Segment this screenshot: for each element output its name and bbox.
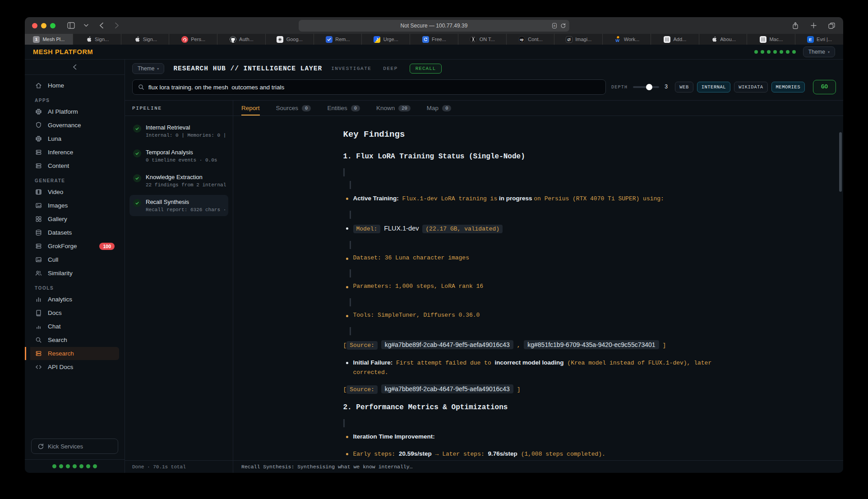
sidebar-item-analytics[interactable]: Analytics — [30, 293, 119, 306]
pipeline-step-knowledge-extraction[interactable]: Knowledge Extraction22 findings from 2 i… — [129, 170, 228, 191]
browser-tab-auth[interactable]: Auth... — [217, 34, 266, 45]
sidebar-item-video[interactable]: Video — [30, 185, 119, 199]
browser-tab-goog[interactable]: Goog... — [266, 34, 314, 45]
browser-tab-abou[interactable]: Abou... — [699, 34, 748, 45]
browser-tab-sign[interactable]: Sign... — [121, 34, 170, 45]
pipeline-step-internal-retrieval[interactable]: Internal RetrievalInternal: 0 | Memories… — [129, 120, 228, 142]
tab-overview-icon[interactable] — [826, 21, 837, 31]
report-bullet: Model: FLUX.1-dev (22.17 GB, validated) — [343, 223, 734, 234]
report-tab-known[interactable]: Known20 — [376, 101, 411, 116]
sidebar-item-chat[interactable]: Chat — [30, 320, 119, 333]
sidebar-item-docs[interactable]: Docs — [30, 306, 119, 319]
pipeline-step-recall-synthesis[interactable]: Recall SynthesisRecall report: 6326 char… — [129, 195, 228, 216]
report-tab-entities[interactable]: Entities0 — [327, 101, 360, 116]
sidebar-item-search[interactable]: Search — [30, 333, 119, 347]
tab-title: Imagi... — [575, 37, 591, 42]
quote-bar — [350, 327, 351, 335]
browser-tab-evri[interactable]: EEvri |... — [795, 34, 843, 45]
sidebar-item-gallery[interactable]: Gallery — [30, 213, 119, 226]
sidebar-item-images[interactable]: Images — [30, 199, 119, 212]
zoom-window-button[interactable] — [50, 23, 55, 28]
theme-button[interactable]: Theme▾ — [803, 46, 835, 57]
browser-tab-rem[interactable]: Rem... — [314, 34, 362, 45]
sidebar-item-label: Video — [48, 189, 63, 195]
sidebar-item-datasets[interactable]: Datasets — [30, 226, 119, 239]
report-tab-sources[interactable]: Sources0 — [276, 101, 311, 116]
sidebar-item-cull[interactable]: Cull — [30, 253, 119, 266]
status-dot — [767, 50, 771, 54]
mode-recall[interactable]: RECALL — [410, 64, 442, 74]
kick-services-button[interactable]: Kick Services — [31, 439, 118, 454]
browser-tab-urge[interactable]: JUrge... — [362, 34, 410, 45]
image-icon — [35, 202, 43, 209]
mode-investigate[interactable]: INVESTIGATE — [331, 66, 371, 71]
film-icon — [35, 188, 43, 196]
browser-tab-sign[interactable]: Sign... — [73, 34, 121, 45]
report-tab-map[interactable]: Map0 — [427, 101, 452, 116]
tab-title: Auth... — [239, 37, 254, 42]
browser-tab-free[interactable]: Free... — [410, 34, 458, 45]
mode-deep[interactable]: DEEP — [383, 66, 397, 71]
forward-icon[interactable] — [111, 21, 122, 31]
tab-title: Free... — [432, 37, 446, 42]
chevron-down-icon[interactable] — [81, 21, 92, 31]
browser-tab-pers[interactable]: Pers... — [169, 34, 217, 45]
sidebar-item-label: Inference — [48, 149, 73, 156]
sidebar-item-grokforge[interactable]: GrokForge100 — [30, 240, 119, 253]
toggle-internal[interactable]: INTERNAL — [697, 82, 730, 92]
depth-label: DEPTH — [611, 85, 628, 90]
sidebar-item-research[interactable]: Research — [30, 347, 119, 360]
sidebar-item-ai-platform[interactable]: AI Platform — [30, 105, 119, 118]
sidebar-item-home[interactable]: Home — [30, 79, 119, 92]
sidebar-item-api-docs[interactable]: API Docs — [30, 360, 119, 374]
sidebar-item-luna[interactable]: Luna — [30, 132, 119, 145]
go-button[interactable]: GO — [813, 80, 836, 94]
browser-tab-mac[interactable]: Mac... — [747, 34, 795, 45]
depth-slider[interactable] — [633, 86, 659, 88]
report-tab-report[interactable]: Report — [241, 101, 260, 116]
page-translate-icon[interactable]: a — [552, 23, 557, 28]
toggle-memories[interactable]: MEMORIES — [771, 82, 805, 92]
browser-tab-mesh-pl[interactable]: 1Mesh Pl... — [25, 34, 73, 45]
sidebar-collapse-button[interactable] — [25, 60, 125, 75]
depth-slider-knob[interactable] — [646, 84, 652, 90]
source-toggles: WEBINTERNALWIKIDATAMEMORIES — [675, 82, 805, 92]
minimize-window-button[interactable] — [41, 23, 46, 28]
toggle-web[interactable]: WEB — [675, 82, 693, 92]
browser-tab-cont[interactable]: upCont... — [507, 34, 555, 45]
browser-tab-add[interactable]: Add... — [651, 34, 699, 45]
scrollbar-thumb[interactable] — [839, 132, 842, 192]
reload-icon[interactable] — [560, 23, 566, 28]
search-box[interactable] — [132, 79, 606, 95]
report-bullet: Early steps: 20.59s/step → Later steps: … — [343, 449, 734, 459]
sidebar-item-governance[interactable]: Governance — [30, 119, 119, 132]
source-citation: [Source: kg#a7bbe89f-2cab-4647-9ef5-aefa… — [343, 340, 734, 351]
browser-tab-on-t[interactable]: ON T... — [458, 34, 507, 45]
tab-title: Sign... — [95, 37, 109, 42]
search-input[interactable] — [148, 84, 600, 91]
back-icon[interactable] — [96, 21, 107, 31]
sidebar-toggle-icon[interactable] — [65, 21, 76, 31]
sidebar-item-label: AI Platform — [48, 108, 78, 115]
share-icon[interactable] — [790, 21, 801, 31]
sidebar-item-similarity[interactable]: Similarity — [30, 267, 119, 280]
new-tab-icon[interactable] — [808, 21, 819, 31]
address-bar[interactable]: Not Secure — 100.77.49.39 a — [299, 20, 569, 32]
browser-tab-imagi[interactable]: ØImagi... — [554, 34, 603, 45]
browser-tab-work[interactable]: WWork... — [603, 34, 651, 45]
toggle-wikidata[interactable]: WIKIDATA — [734, 82, 767, 92]
quote-bar — [350, 269, 351, 277]
pipeline-title: PIPELINE — [125, 101, 233, 116]
pipeline-step-temporal-analysis[interactable]: Temporal Analysis0 timeline events · 0.0… — [129, 145, 228, 166]
tab-title: Work... — [624, 37, 640, 42]
close-window-button[interactable] — [32, 23, 37, 28]
github-icon — [229, 36, 236, 43]
null-square-icon: Ø — [565, 36, 573, 43]
tab-label: Known — [376, 105, 395, 111]
step-title: Knowledge Extraction — [146, 174, 226, 180]
sidebar-item-inference[interactable]: Inference — [30, 146, 119, 159]
sidebar-item-content[interactable]: Content — [30, 159, 119, 172]
theme-button[interactable]: Theme▾ — [132, 63, 164, 74]
quote-bar — [343, 419, 345, 427]
search-icon — [35, 336, 43, 344]
